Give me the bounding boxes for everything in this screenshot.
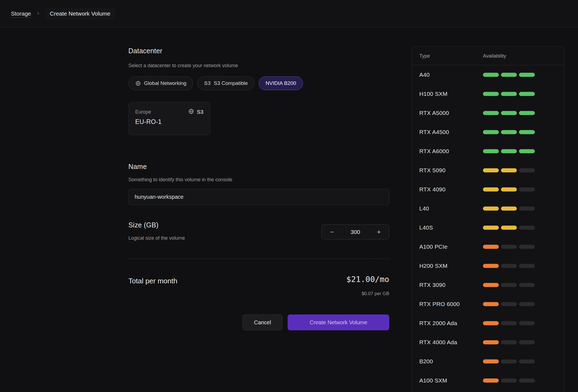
gpu-availability-panel: Type Availability A40H100 SXMRTX A5000RT… bbox=[412, 46, 564, 392]
gpu-row-a100-pcie: A100 PCIe bbox=[412, 237, 564, 256]
gpu-type-label: H200 SXM bbox=[419, 263, 447, 269]
availability-segment-empty bbox=[501, 379, 517, 383]
availability-segment-green bbox=[519, 73, 535, 77]
availability-meter bbox=[483, 168, 535, 173]
breadcrumb-storage-link[interactable]: Storage bbox=[11, 10, 31, 17]
filter-chip-global-networking[interactable]: Global Networking bbox=[128, 76, 193, 90]
globe-icon bbox=[188, 108, 194, 115]
availability-segment-green bbox=[501, 149, 517, 153]
datacenter-title: Datacenter bbox=[128, 47, 162, 55]
volume-name-input[interactable] bbox=[128, 189, 389, 205]
cancel-button[interactable]: Cancel bbox=[243, 314, 282, 330]
availability-segment-empty bbox=[519, 379, 535, 383]
filter-chip-nvidia-b200[interactable]: NVIDIA B200 bbox=[259, 76, 303, 90]
availability-segment-green bbox=[501, 111, 517, 115]
gpu-type-label: L40S bbox=[419, 224, 433, 231]
availability-segment-green bbox=[519, 111, 535, 115]
gpu-row-rtx-4090: RTX 4090 bbox=[412, 180, 564, 199]
name-title: Name bbox=[128, 163, 147, 171]
gpu-row-b200: B200 bbox=[412, 352, 564, 371]
gpu-type-label: B200 bbox=[419, 358, 433, 365]
availability-segment-empty bbox=[519, 283, 535, 287]
availability-meter bbox=[483, 283, 535, 287]
availability-segment-empty bbox=[519, 226, 535, 230]
availability-meter bbox=[483, 130, 535, 134]
rate-per-gb: $0.07 per GB bbox=[128, 291, 389, 296]
gpu-row-rtx-2000-ada: RTX 2000 Ada bbox=[412, 314, 564, 333]
datacenter-subtitle: Select a datacenter to create your netwo… bbox=[128, 63, 238, 69]
gpu-type-label: A100 PCIe bbox=[419, 243, 447, 250]
gpu-row-rtx-5090: RTX 5090 bbox=[412, 161, 564, 180]
size-value[interactable]: 300 bbox=[350, 229, 360, 235]
breadcrumb-chevron-icon: › bbox=[37, 9, 40, 17]
availability-segment-orange bbox=[483, 321, 499, 325]
availability-segment-green bbox=[483, 130, 499, 134]
availability-segment-green bbox=[483, 92, 499, 96]
availability-segment-green bbox=[501, 73, 517, 77]
availability-meter bbox=[483, 92, 535, 96]
availability-segment-empty bbox=[519, 264, 535, 268]
availability-segment-yellow bbox=[501, 207, 517, 211]
size-stepper: − 300 + bbox=[322, 224, 389, 239]
topbar: Storage › Create Network Volume bbox=[0, 0, 578, 27]
gpu-row-rtx-a6000: RTX A6000 bbox=[412, 142, 564, 161]
availability-segment-green bbox=[519, 92, 535, 96]
availability-segment-empty bbox=[501, 245, 517, 249]
size-title: Size (GB) bbox=[128, 221, 158, 229]
availability-segment-green bbox=[483, 149, 499, 153]
availability-segment-yellow bbox=[483, 207, 499, 211]
gpu-type-label: RTX A6000 bbox=[419, 148, 449, 155]
availability-segment-orange bbox=[483, 340, 499, 345]
datacenter-card-eu-ro-1[interactable]: Europe S3 EU-RO-1 bbox=[128, 102, 210, 135]
availability-segment-green bbox=[483, 111, 499, 115]
datacenter-filter-chips: Global NetworkingS3S3 CompatibleNVIDIA B… bbox=[128, 76, 303, 90]
availability-segment-green bbox=[519, 130, 535, 134]
availability-meter bbox=[483, 321, 535, 325]
availability-segment-orange bbox=[483, 264, 499, 268]
availability-segment-yellow bbox=[483, 188, 499, 192]
availability-segment-orange bbox=[483, 302, 499, 306]
availability-segment-orange bbox=[483, 379, 499, 383]
gpu-row-a100-sxm: A100 SXM bbox=[412, 371, 564, 390]
dashed-divider bbox=[128, 259, 389, 259]
gpu-row-h100-sxm: H100 SXM bbox=[412, 84, 564, 103]
availability-table-header: Type Availability bbox=[412, 47, 564, 65]
gpu-type-label: H100 SXM bbox=[419, 91, 447, 97]
gpu-row-rtx-3090: RTX 3090 bbox=[412, 275, 564, 295]
size-increment-button[interactable]: + bbox=[376, 228, 382, 236]
create-network-volume-button[interactable]: Create Network Volume bbox=[288, 314, 389, 330]
filter-chip-label: S3 Compatible bbox=[214, 80, 248, 86]
availability-segment-empty bbox=[519, 168, 535, 173]
availability-segment-empty bbox=[501, 283, 517, 287]
gpu-row-a40: A40 bbox=[412, 65, 564, 84]
gpu-row-rtx-pro-6000: RTX PRO 6000 bbox=[412, 295, 564, 314]
datacenter-region-label: Europe bbox=[135, 109, 151, 115]
gpu-type-label: RTX 4090 bbox=[419, 186, 446, 193]
datacenter-id: EU-RO-1 bbox=[135, 118, 204, 126]
filter-chip-label: Global Networking bbox=[144, 80, 186, 86]
gpu-row-l40: L40 bbox=[412, 199, 564, 218]
gpu-row-h200-sxm: H200 SXM bbox=[412, 256, 564, 275]
availability-segment-empty bbox=[501, 302, 517, 306]
s3-badge: S3 bbox=[197, 109, 204, 115]
availability-segment-empty bbox=[519, 188, 535, 192]
gpu-row-rtx-a4500: RTX A4500 bbox=[412, 123, 564, 142]
total-per-month-value: $21.00/mo bbox=[128, 275, 389, 284]
availability-segment-empty bbox=[501, 340, 517, 345]
gpu-type-label: RTX A4500 bbox=[419, 129, 449, 135]
availability-meter bbox=[483, 73, 535, 77]
gpu-type-label: A100 SXM bbox=[419, 377, 447, 384]
availability-segment-empty bbox=[501, 321, 517, 325]
column-header-type: Type bbox=[419, 47, 430, 65]
availability-meter bbox=[483, 264, 535, 268]
availability-segment-yellow bbox=[483, 168, 499, 173]
availability-segment-empty bbox=[519, 321, 535, 325]
availability-segment-orange bbox=[483, 360, 499, 364]
availability-segment-empty bbox=[501, 360, 517, 364]
gpu-type-label: RTX 5090 bbox=[419, 167, 446, 174]
breadcrumb-current-page: Create Network Volume bbox=[45, 8, 115, 20]
availability-segment-green bbox=[501, 92, 517, 96]
gpu-type-label: RTX 4000 Ada bbox=[419, 339, 457, 346]
filter-chip-s3-compatible[interactable]: S3S3 Compatible bbox=[197, 76, 255, 90]
size-decrement-button[interactable]: − bbox=[329, 228, 335, 236]
